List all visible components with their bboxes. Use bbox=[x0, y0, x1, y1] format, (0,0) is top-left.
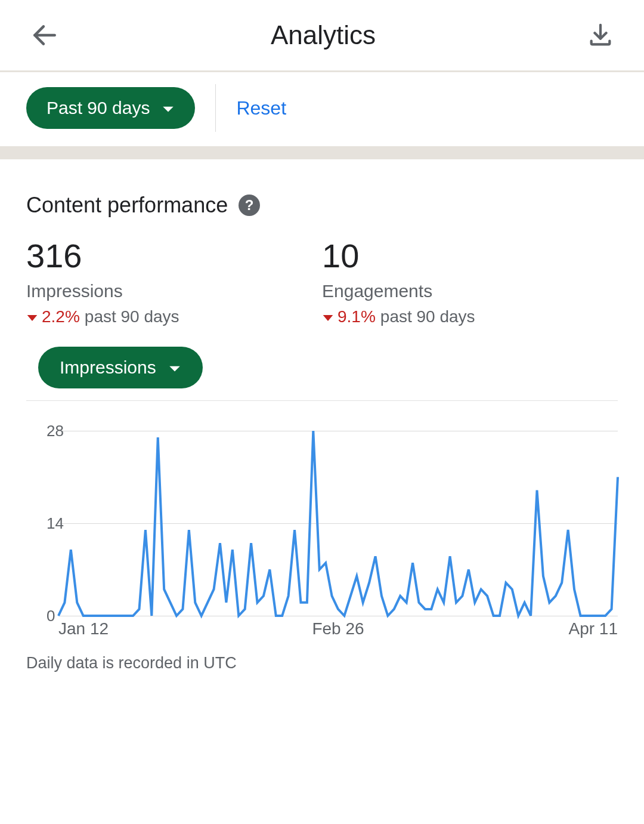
back-button[interactable] bbox=[30, 20, 60, 50]
chart-y-tick-label: 28 bbox=[47, 422, 52, 440]
metric-period: past 90 days bbox=[85, 307, 179, 326]
metric-delta-row: 9.1% past 90 days bbox=[322, 307, 618, 326]
chart-container: 01428 Jan 12Feb 26Apr 11 bbox=[0, 401, 644, 640]
chart-line bbox=[58, 431, 618, 616]
chart-gridline bbox=[58, 616, 618, 616]
metric-label: Impressions bbox=[26, 281, 322, 301]
metric-label: Engagements bbox=[322, 281, 618, 301]
section-title-text: Content performance bbox=[26, 193, 228, 218]
metric-period: past 90 days bbox=[380, 307, 475, 326]
section-title-row: Content performance ? bbox=[26, 193, 618, 218]
top-bar: Analytics bbox=[0, 0, 644, 72]
caret-down-icon bbox=[26, 307, 38, 326]
chart-metric-label: Impressions bbox=[60, 359, 156, 376]
chart-footnote: Daily data is recorded in UTC bbox=[0, 640, 644, 696]
filter-bar: Past 90 days Reset bbox=[0, 72, 644, 159]
chart-x-tick-label: Feb 26 bbox=[312, 619, 364, 638]
vertical-divider bbox=[215, 84, 216, 132]
reset-link[interactable]: Reset bbox=[236, 97, 286, 119]
arrow-left-icon bbox=[30, 20, 60, 50]
chart-x-tick-label: Apr 11 bbox=[569, 619, 618, 638]
metric-delta: 9.1% bbox=[322, 307, 376, 326]
metric-delta-value: 9.1% bbox=[338, 307, 376, 326]
download-icon bbox=[587, 21, 614, 49]
metric-value: 316 bbox=[26, 239, 322, 273]
chart-y-tick-label: 14 bbox=[47, 514, 52, 533]
metric-value: 10 bbox=[322, 239, 618, 273]
date-range-label: Past 90 days bbox=[47, 99, 150, 117]
help-icon[interactable]: ? bbox=[239, 195, 260, 216]
page-title: Analytics bbox=[271, 20, 376, 50]
content-performance-section: Content performance ? 316 Impressions 2.… bbox=[0, 159, 644, 401]
chart-y-tick-label: 0 bbox=[47, 607, 52, 625]
caret-down-icon bbox=[162, 99, 175, 117]
chart-metric-selector[interactable]: Impressions bbox=[38, 347, 203, 388]
download-button[interactable] bbox=[587, 21, 614, 49]
chart-x-tick-label: Jan 12 bbox=[58, 619, 109, 638]
line-chart[interactable]: 01428 Jan 12Feb 26Apr 11 bbox=[26, 425, 618, 640]
metric-impressions[interactable]: 316 Impressions 2.2% past 90 days bbox=[26, 239, 322, 326]
caret-down-icon bbox=[322, 307, 334, 326]
metric-delta-value: 2.2% bbox=[42, 307, 80, 326]
metric-delta: 2.2% bbox=[26, 307, 80, 326]
date-range-selector[interactable]: Past 90 days bbox=[26, 87, 195, 129]
metric-delta-row: 2.2% past 90 days bbox=[26, 307, 322, 326]
metrics-row: 316 Impressions 2.2% past 90 days 10 Eng… bbox=[26, 239, 618, 326]
app-root: Analytics Past 90 days Reset Content per… bbox=[0, 0, 644, 696]
caret-down-icon bbox=[168, 359, 181, 376]
metric-selector-row: Impressions bbox=[26, 347, 618, 401]
metric-engagements[interactable]: 10 Engagements 9.1% past 90 days bbox=[322, 239, 618, 326]
